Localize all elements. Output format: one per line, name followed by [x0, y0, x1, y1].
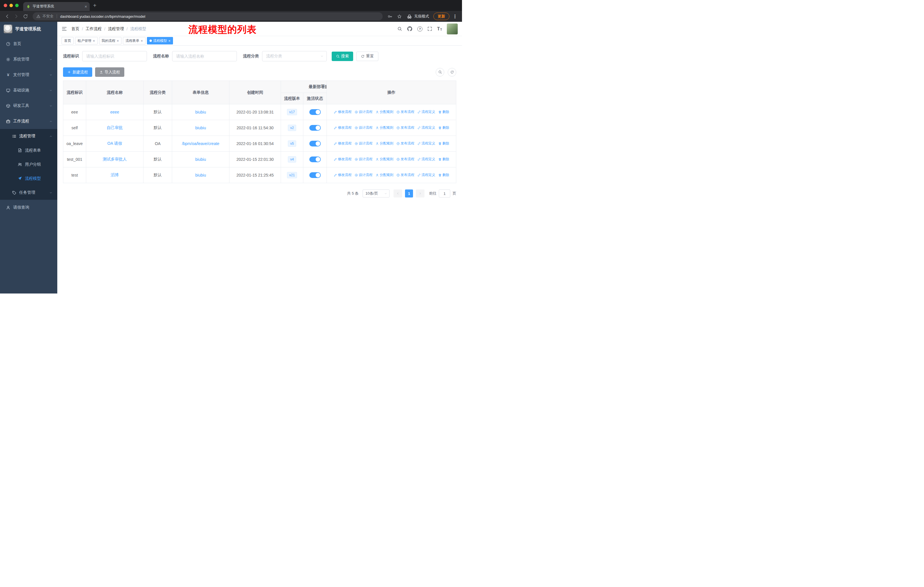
- action-assign-rule[interactable]: 分配规则: [376, 109, 394, 114]
- model-name-link[interactable]: eeee: [110, 110, 119, 114]
- reset-button[interactable]: 重置: [356, 51, 378, 61]
- user-avatar[interactable]: [447, 23, 458, 35]
- tag-close-icon[interactable]: [168, 39, 171, 43]
- sidebar-item-task-management[interactable]: 任务管理: [0, 185, 57, 200]
- help-icon[interactable]: [417, 26, 422, 31]
- form-link[interactable]: /bpm/oa/leave/create: [182, 141, 219, 146]
- sidebar-item-process-management[interactable]: 流程管理: [0, 129, 57, 143]
- active-toggle[interactable]: [309, 109, 321, 115]
- tab-close-icon[interactable]: [84, 4, 87, 8]
- form-link[interactable]: biubiu: [195, 157, 206, 162]
- action-edit-process[interactable]: 修改流程: [334, 125, 352, 130]
- fullscreen-icon[interactable]: [427, 26, 432, 31]
- refresh-table-button[interactable]: [448, 68, 456, 76]
- action-design-process[interactable]: 设计流程: [355, 141, 373, 146]
- action-edit-process[interactable]: 修改流程: [334, 109, 352, 114]
- action-edit-process[interactable]: 修改流程: [334, 141, 352, 146]
- action-assign-rule[interactable]: 分配规则: [376, 141, 394, 146]
- bookmark-star-icon[interactable]: [397, 14, 402, 19]
- form-link[interactable]: biubiu: [195, 110, 206, 114]
- tag-process-model[interactable]: 流程模型: [147, 37, 173, 45]
- tag-process-form[interactable]: 流程表单: [123, 37, 145, 45]
- action-edit-process[interactable]: 修改流程: [334, 157, 352, 162]
- model-name-link[interactable]: OA 请假: [107, 141, 122, 146]
- form-link[interactable]: biubiu: [195, 126, 206, 130]
- action-assign-rule[interactable]: 分配规则: [376, 172, 394, 177]
- action-delete-process[interactable]: 删除: [438, 172, 449, 177]
- action-delete-process[interactable]: 删除: [438, 109, 449, 114]
- action-assign-rule[interactable]: 分配规则: [376, 125, 394, 130]
- tag-close-icon[interactable]: [117, 39, 119, 43]
- action-publish-process[interactable]: 发布流程: [396, 141, 414, 146]
- active-toggle[interactable]: [309, 157, 321, 162]
- new-tab-button[interactable]: [93, 3, 97, 8]
- model-name-link[interactable]: 自己审批: [107, 125, 123, 130]
- active-toggle[interactable]: [309, 141, 321, 147]
- form-link[interactable]: biubiu: [195, 173, 206, 177]
- sidebar-item-infrastructure[interactable]: 基础设施: [0, 83, 57, 98]
- github-icon[interactable]: [407, 26, 412, 31]
- action-process-definition[interactable]: 流程定义: [417, 109, 436, 114]
- action-process-definition[interactable]: 流程定义: [417, 172, 436, 177]
- action-edit-process[interactable]: 修改流程: [334, 172, 352, 177]
- search-button[interactable]: 搜索: [332, 51, 353, 61]
- page-size-select[interactable]: 10条/页: [363, 189, 389, 197]
- action-design-process[interactable]: 设计流程: [355, 125, 373, 130]
- breadcrumb-home[interactable]: 首页: [71, 26, 79, 31]
- tag-my-process[interactable]: 我的流程: [99, 37, 122, 45]
- model-name-link[interactable]: 滔博: [111, 172, 119, 177]
- sidebar-item-process-model[interactable]: 流程模型: [0, 171, 57, 185]
- sidebar-item-leave-query[interactable]: 请假查询: [0, 200, 57, 215]
- breadcrumb-process-management[interactable]: 流程管理: [108, 26, 124, 31]
- key-icon[interactable]: [388, 14, 393, 19]
- sidebar-item-dev-tools[interactable]: 研发工具: [0, 98, 57, 114]
- sidebar-collapse-icon[interactable]: [61, 26, 67, 31]
- page-number-1[interactable]: 1: [405, 189, 413, 197]
- action-publish-process[interactable]: 发布流程: [396, 157, 414, 162]
- app-logo[interactable]: 芋道管理系统: [0, 22, 57, 36]
- process-key-input[interactable]: [82, 51, 147, 61]
- prev-page-button[interactable]: [394, 189, 402, 197]
- toggle-search-button[interactable]: [436, 68, 444, 76]
- sidebar-item-workflow[interactable]: 工作流程: [0, 114, 57, 129]
- goto-page-input[interactable]: [439, 189, 450, 197]
- action-delete-process[interactable]: 删除: [438, 125, 449, 130]
- action-publish-process[interactable]: 发布流程: [396, 172, 414, 177]
- action-delete-process[interactable]: 删除: [438, 157, 449, 162]
- tag-home[interactable]: 首页: [61, 37, 74, 45]
- sidebar-item-home[interactable]: 首页: [0, 36, 57, 51]
- sidebar-item-payment[interactable]: 支付管理: [0, 67, 57, 83]
- window-minimize-button[interactable]: [10, 4, 13, 7]
- import-process-button[interactable]: 导入流程: [95, 67, 124, 77]
- back-icon[interactable]: [5, 14, 10, 19]
- action-assign-rule[interactable]: 分配规则: [376, 157, 394, 162]
- category-select[interactable]: 流程分类: [262, 51, 327, 61]
- action-delete-process[interactable]: 删除: [438, 141, 449, 146]
- action-process-definition[interactable]: 流程定义: [417, 157, 436, 162]
- action-publish-process[interactable]: 发布流程: [396, 125, 414, 130]
- create-process-button[interactable]: 新建流程: [63, 67, 92, 77]
- sidebar-item-process-form[interactable]: 流程表单: [0, 143, 57, 157]
- sidebar-item-user-group[interactable]: 用户分组: [0, 157, 57, 171]
- action-process-definition[interactable]: 流程定义: [417, 125, 436, 130]
- action-process-definition[interactable]: 流程定义: [417, 141, 436, 146]
- action-design-process[interactable]: 设计流程: [355, 109, 373, 114]
- tag-tenant-management[interactable]: 租户管理: [75, 37, 98, 45]
- tag-close-icon[interactable]: [93, 39, 95, 43]
- action-design-process[interactable]: 设计流程: [355, 157, 373, 162]
- search-icon[interactable]: [397, 26, 402, 31]
- window-zoom-button[interactable]: [15, 4, 19, 7]
- window-close-button[interactable]: [4, 4, 7, 7]
- browser-tab[interactable]: 芋道管理系统: [23, 2, 90, 11]
- url-bar[interactable]: 不安全 dashboard.yudao.iocoder.cn/bpm/manag…: [33, 12, 383, 20]
- active-toggle[interactable]: [309, 125, 321, 131]
- breadcrumb-workflow[interactable]: 工作流程: [86, 26, 102, 31]
- action-design-process[interactable]: 设计流程: [355, 172, 373, 177]
- sidebar-item-system[interactable]: 系统管理: [0, 51, 57, 67]
- tag-close-icon[interactable]: [140, 39, 143, 43]
- reload-icon[interactable]: [23, 14, 28, 19]
- process-name-input[interactable]: [172, 51, 237, 61]
- browser-menu-icon[interactable]: [452, 13, 457, 20]
- active-toggle[interactable]: [309, 172, 321, 178]
- font-size-icon[interactable]: [437, 26, 442, 31]
